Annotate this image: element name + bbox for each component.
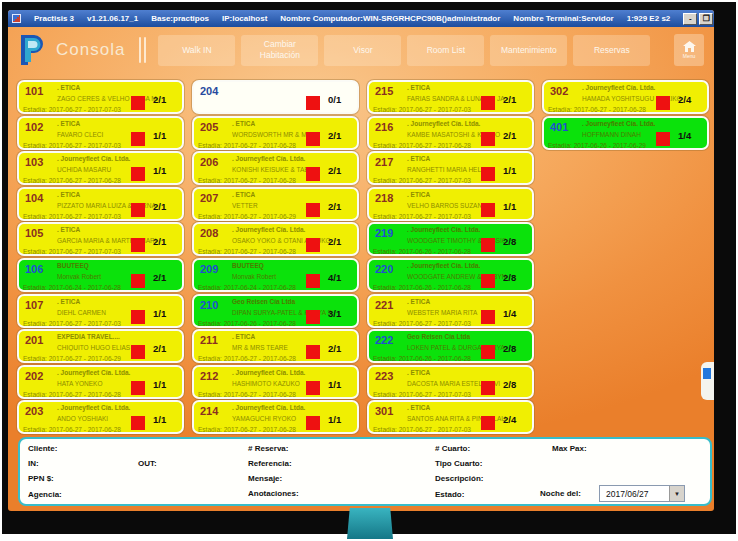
guest-name: ZAGO CERES & VELHO ROSA M. [57, 95, 167, 102]
occupancy-count: 2/1 [328, 343, 356, 354]
room-card-302[interactable]: 302. Journeyfleet Cía. Ltda.HAMADA YOSHI… [542, 80, 709, 114]
status-flag-icon [481, 132, 495, 146]
practisis-logo-icon [18, 33, 48, 67]
room-card-202[interactable]: 202. Journeyfleet Cía. Ltda.HATA YONEKOE… [17, 365, 184, 399]
room-number: 222 [375, 334, 393, 346]
room-card-201[interactable]: 201EXPEDIA TRAVEL....CHIQUITO HUGO ELIAS… [17, 329, 184, 363]
session-info: 1:929 E2 s2 [627, 14, 671, 23]
guest-name: FARIAS SANDRA & LUNARDI JA [407, 95, 517, 102]
guest-name: FAVARO CLECI [57, 131, 167, 138]
room-card-217[interactable]: 217. ETICARANGHETTI MARIA HELENAEstadía:… [367, 151, 534, 185]
guest-name: Monvak Robert [232, 273, 342, 280]
room-card-214[interactable]: 214. Journeyfleet Cía. Ltda.YAMAGUCHI RY… [192, 400, 359, 434]
night-date-select[interactable]: 2017/06/27 ▼ [599, 485, 685, 502]
room-card-222[interactable]: 222Geo Reisen Cía LtdaLOKEN PATEL & DURG… [367, 329, 534, 363]
room-card-105[interactable]: 105. ETICAGARCIA MARIA & MARTHA MARIEsta… [17, 222, 184, 256]
room-card-301[interactable]: 301. ETICASANTOS ANA RITA & PINTO LAUEst… [367, 400, 534, 434]
room-card-401[interactable]: 401. Journeyfleet Cía. Ltda.HOFFMANN DIN… [542, 116, 709, 150]
stay-dates: Estadía: 2017-06-27 - 2017-06-28 [23, 426, 121, 433]
nav-button-cambiar-habitaci-n[interactable]: Cambiar Habitación [241, 35, 318, 66]
occupancy-count: 2/1 [328, 165, 356, 176]
label-estado: Estado: [435, 490, 464, 499]
label-mensaje: Mensaje: [248, 474, 282, 483]
room-card-219[interactable]: 219. Journeyfleet Cía. Ltda.WOODGATE TIM… [367, 222, 534, 256]
nav-bar: Consola Walk INCambiar HabitaciónVisorRo… [8, 27, 714, 73]
agency-name: . Journeyfleet Cía. Ltda. [407, 120, 480, 127]
room-number: 301 [375, 405, 393, 417]
nav-button-reservas[interactable]: Reservas [573, 35, 650, 66]
occupancy-count: 2/1 [328, 201, 356, 212]
occupancy-count: 2/1 [503, 94, 531, 105]
nav-button-room-list[interactable]: Room List [407, 35, 484, 66]
title-bar: Practisis 3 v1.21.06.17_1 Base:practipos… [8, 10, 714, 27]
room-card-102[interactable]: 102. ETICAFAVARO CLECIEstadía: 2017-06-2… [17, 116, 184, 150]
room-column: 215. ETICAFARIAS SANDRA & LUNARDI JAEsta… [367, 80, 534, 437]
room-card-208[interactable]: 208. Journeyfleet Cía. Ltda.OSAKO YOKO &… [192, 222, 359, 256]
status-flag-icon [656, 132, 670, 146]
room-number: 216 [375, 121, 393, 133]
room-card-221[interactable]: 221. ETICAWEBSTER MARIA RITAEstadía: 201… [367, 294, 534, 328]
guest-name: HASHIMOTO KAZUKO [232, 380, 342, 387]
guest-name: WOODGATE ANDREW & ROBYN [407, 273, 517, 280]
occupancy-count: 1/1 [153, 379, 181, 390]
side-panel-tab[interactable] [701, 362, 714, 400]
occupancy-count: 4/1 [328, 272, 356, 283]
agency-name: BUUTEEQ [57, 262, 89, 269]
room-number: 103 [25, 156, 43, 168]
room-card-204[interactable]: 2040/1 [192, 80, 359, 114]
room-number: 220 [375, 263, 393, 275]
app-title: Practisis 3 [34, 14, 74, 23]
room-number: 401 [550, 121, 568, 133]
room-card-103[interactable]: 103. Journeyfleet Cía. Ltda.UCHIDA MASAR… [17, 151, 184, 185]
room-card-107[interactable]: 107. ETICADIEHL CARMENEstadía: 2017-06-2… [17, 294, 184, 328]
nav-button-walk-in[interactable]: Walk IN [158, 35, 235, 66]
minimize-button[interactable]: - [683, 13, 697, 25]
chevron-down-icon[interactable]: ▼ [669, 486, 684, 501]
room-card-218[interactable]: 218. ETICAVELHO BARROS SUZANAEstadía: 20… [367, 187, 534, 221]
occupancy-count: 1/1 [503, 201, 531, 212]
status-flag-icon [306, 274, 320, 288]
room-number: 101 [25, 85, 43, 97]
status-flag-icon [131, 345, 145, 359]
room-number: 214 [200, 405, 218, 417]
stay-dates: Estadía: 2017-06-27 - 2017-06-28 [198, 355, 296, 362]
nav-button-visor[interactable]: Visor [324, 35, 401, 66]
guest-name: ANDO YOSHIAKI [57, 415, 167, 422]
agency-name: . ETICA [232, 333, 255, 340]
room-card-215[interactable]: 215. ETICAFARIAS SANDRA & LUNARDI JAEsta… [367, 80, 534, 114]
stay-dates: Estadía: 2017-06-27 - 2017-06-28 [23, 177, 121, 184]
status-flag-icon [481, 381, 495, 395]
agency-name: . ETICA [407, 84, 430, 91]
occupancy-count: 2/1 [153, 272, 181, 283]
room-card-106[interactable]: 106BUUTEEQMonvak RobertEstadía: 2017-06-… [17, 258, 184, 292]
occupancy-count: 1/1 [153, 130, 181, 141]
restore-button[interactable]: ❐ [699, 13, 713, 25]
room-card-212[interactable]: 212. Journeyfleet Cía. Ltda.HASHIMOTO KA… [192, 365, 359, 399]
occupancy-count: 2/1 [153, 236, 181, 247]
room-card-101[interactable]: 101. ETICAZAGO CERES & VELHO ROSA M.Esta… [17, 80, 184, 114]
room-board: 101. ETICAZAGO CERES & VELHO ROSA M.Esta… [17, 80, 709, 437]
room-card-203[interactable]: 203. Journeyfleet Cía. Ltda.ANDO YOSHIAK… [17, 400, 184, 434]
db-base: Base:practipos [151, 14, 209, 23]
room-card-210[interactable]: 210Geo Reisen Cía LtdaDIPAN SURYA-PATEL … [192, 294, 359, 328]
guest-name: VETTER [232, 202, 342, 209]
room-card-216[interactable]: 216. Journeyfleet Cía. Ltda.KAMBE MASATO… [367, 116, 534, 150]
guest-name: HATA YONEKO [57, 380, 167, 387]
room-card-220[interactable]: 220. Journeyfleet Cía. Ltda.WOODGATE AND… [367, 258, 534, 292]
status-flag-icon [481, 310, 495, 324]
stay-dates: Estadía: 2017-06-24 - 2017-06-28 [198, 284, 296, 291]
stay-dates: Estadía: 2017-06-27 - 2017-07-03 [373, 213, 471, 220]
room-card-206[interactable]: 206. Journeyfleet Cía. Ltda.KONISHI KEIS… [192, 151, 359, 185]
status-flag-icon [306, 96, 320, 110]
room-card-209[interactable]: 209BUUTEEQMonvak RobertEstadía: 2017-06-… [192, 258, 359, 292]
agency-name: . ETICA [57, 298, 80, 305]
menu-button[interactable]: Menu [674, 34, 704, 66]
room-card-211[interactable]: 211. ETICAMR & MRS TEAREEstadía: 2017-06… [192, 329, 359, 363]
agency-name: . Journeyfleet Cía. Ltda. [57, 155, 130, 162]
room-card-205[interactable]: 205. ETICAWORDSWORTH MR & MRSEstadía: 20… [192, 116, 359, 150]
nav-button-mantenimiento[interactable]: Mantenimiento [490, 35, 567, 66]
room-card-207[interactable]: 207. ETICAVETTEREstadía: 2017-06-27 - 20… [192, 187, 359, 221]
room-card-104[interactable]: 104. ETICAPIZZATO MARIA LUIZA & FERNAEst… [17, 187, 184, 221]
room-card-223[interactable]: 223. ETICADACOSTA MARIA ESTELA & VIEstad… [367, 365, 534, 399]
guest-name: MR & MRS TEARE [232, 344, 342, 351]
